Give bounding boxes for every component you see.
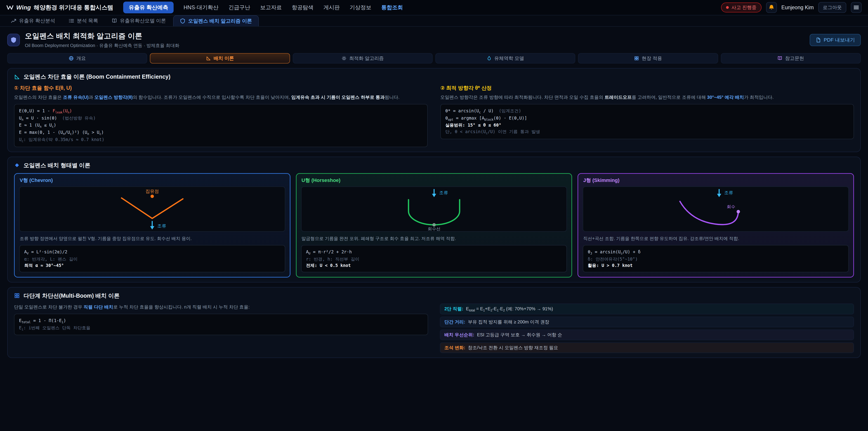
multiboom-card: 다단계 차단선(Multi-Boom) 배치 이론 단일 오일펜스로 차단 불가… <box>7 287 861 358</box>
logo-text: Wing <box>16 4 31 11</box>
optimal-angle-column: ② 최적 방향각 θ* 산정 오일펜스 방향각은 조류 방향에 따라 최적화됩니… <box>440 85 854 147</box>
nav-item-hns-air-diffusion[interactable]: HNS·대기확산 <box>184 4 219 11</box>
formula-line: Un = U · sin(θ) (법선방향 유속) <box>19 115 423 122</box>
formula-line: θ* = arcsin(Uc / U) (임계조건) <box>445 107 849 115</box>
boom-shield-badge <box>7 34 20 46</box>
formula-line: AV = L²·sin(2α)/2 <box>24 249 280 256</box>
set-square-icon <box>14 74 20 80</box>
highlight-acute-angle: 30°~45° 예각 배치 <box>707 95 744 100</box>
page-subtitle: Oil Boom Deployment Optimization · 유출유 확… <box>25 42 179 49</box>
nav-item-oil-diffusion-prediction[interactable]: 유출유 확산예측 <box>123 2 174 13</box>
formula-optimum-line: 최적 α ≈ 30°~45° <box>24 262 280 269</box>
formula-comment-line: r: 반경, h: 직선부 길이 <box>306 256 562 263</box>
efficiency-formula-block: E(θ,U) = 1 - Fleak(Un) Un = U · sin(θ) (… <box>14 104 428 147</box>
hamburger-icon <box>853 4 860 11</box>
tab-boom-algorithm-theory[interactable]: 오일펜스 배치 알고리즘 이론 <box>173 16 258 26</box>
section-tab-label: 현장 적용 <box>642 55 662 61</box>
formula-comment-line: α: 반개각, L: 펜스 길이 <box>24 256 280 263</box>
note-label: 단간 거리: <box>444 319 465 325</box>
shape-description: 말굽형으로 기름을 완전 포위. 폐쇄형 구조로 회수 효율 최고. 저조류 해… <box>297 232 572 245</box>
list-icon <box>69 18 74 24</box>
text: 과 <box>89 95 94 100</box>
note-text: 부유 집적 방지를 위해 ≥ 200m 이격 권장 <box>468 319 549 325</box>
formula-line: E(θ,U) = 1 - Fleak(Un) <box>19 107 423 115</box>
recovery-label: 회수 <box>727 204 736 209</box>
app-logo[interactable]: Wing 해양환경 위기대응 통합시스템 <box>6 4 113 11</box>
note-label: 2단 직렬: <box>444 306 463 312</box>
hamburger-menu-button[interactable] <box>851 2 862 13</box>
nav-item-aerial-search[interactable]: 항공탐색 <box>292 4 313 11</box>
notification-bell-button[interactable] <box>766 2 777 13</box>
optimal-angle-formula-block: θ* = arcsin(Uc / U) (임계조건) θopt = argmax… <box>440 104 854 139</box>
text: 됩니다. <box>385 95 400 100</box>
boom-shapes-card: 오일펜스 배치 형태별 이론 V형 (Chevron) 집유점 조류 조류 방향… <box>7 157 861 282</box>
highlight-tradeoff: 트레이드오프 <box>604 95 632 100</box>
nav-item-emergency-rescue[interactable]: 긴급구난 <box>228 4 250 11</box>
section-tab-optimization-algorithm[interactable]: 최적화 알고리즘 <box>293 53 433 63</box>
section-tab-label: 개요 <box>76 55 86 61</box>
u-shape-diagram: 조류 회수선 <box>301 186 567 232</box>
note-deployment-priority: 배치 우선순위: ESI 고등급 구역 보호 → 취수원 → 어항 순 <box>440 330 854 340</box>
tab-analysis-list[interactable]: 분석 목록 <box>62 16 104 26</box>
analysis-tabbar: 유출유 확산분석 분석 목록 유출유확산모델 이론 오일펜스 배치 알고리즘 이… <box>0 16 868 27</box>
section-tab-field-application[interactable]: 현장 적용 <box>578 53 718 63</box>
highlight-current-speed: 조류 유속(U) <box>63 95 89 100</box>
gear-icon <box>342 56 346 61</box>
incident-dot-icon <box>726 6 729 9</box>
nav-item-reports[interactable]: 보고자료 <box>260 4 282 11</box>
highlight-critical-speed: 임계유속 초과 시 기름이 오일펜스 하부로 통과 <box>291 95 384 100</box>
collection-point-dot <box>151 194 154 198</box>
top-navbar: Wing 해양환경 위기대응 통합시스템 유출유 확산예측 HNS·대기확산 긴… <box>0 0 868 16</box>
page-title: 오일펜스 배치 최적화 알고리즘 이론 <box>25 31 179 41</box>
card-title-text: 오일펜스 배치 형태별 이론 <box>24 162 90 169</box>
tab-diffusion-model-theory[interactable]: 유출유확산모델 이론 <box>105 16 172 26</box>
card-title-text: 다단계 차단선(Multi-Boom) 배치 이론 <box>24 292 120 300</box>
formula-line: E ≈ 1 (Un ≤ Uc) <box>19 122 423 129</box>
efficiency-function-description: 오일펜스의 차단 효율은 조류 유속(U)과 오일펜스 방향각(θ)의 함수입니… <box>14 94 428 101</box>
formula-line: Etotal = 1 - Π(1-Ei) <box>19 317 423 325</box>
section-tab-hydrodynamic-model[interactable]: 유체역학 모델 <box>435 53 575 63</box>
tab-label: 오일펜스 배치 알고리즘 이론 <box>188 18 252 24</box>
logout-button[interactable]: 로그아웃 <box>818 2 846 13</box>
nav-item-integrated-search[interactable]: 통합조회 <box>381 4 403 11</box>
section-tab-deployment-theory[interactable]: 배치 이론 <box>150 53 290 63</box>
user-name[interactable]: Eunjeong Kim <box>781 4 814 11</box>
efficiency-function-column: ① 차단 효율 함수 E(θ, U) 오일펜스의 차단 효율은 조류 유속(U)… <box>14 85 428 147</box>
shield-icon <box>180 18 185 24</box>
shape-formula-block: θJ = arcsin(Uc/U) + δ δ: 안전여유각(5°~10°) 활… <box>583 245 849 272</box>
recovery-vessel-label: 회수선 <box>428 226 440 231</box>
formula-line: AU = π·r²/2 + 2r·h <box>306 249 562 256</box>
multiboom-notes: 2단 직렬: Etotal = E1+E2-E1·E2 (예: 70%+70% … <box>440 304 854 353</box>
collection-point-label: 집유점 <box>146 189 159 194</box>
pdf-export-button[interactable]: PDF 내보내기 <box>810 34 861 46</box>
section-tab-overview[interactable]: 개요 <box>7 53 147 63</box>
current-label: 조류 <box>724 190 733 195</box>
formula-optimum-line: 활용: U > 0.7 knot <box>588 262 844 269</box>
book-icon <box>777 56 782 61</box>
note-text: 창조/낙조 전환 시 오일펜스 방향 재조정 필요 <box>468 345 558 351</box>
formula: θ* = arcsin(Uc / U) <box>445 108 494 113</box>
note-two-stage-series: 2단 직렬: Etotal = E1+E2-E1·E2 (예: 70%+70% … <box>440 304 854 314</box>
grid-icon <box>14 293 20 299</box>
tab-label: 유출유확산모델 이론 <box>120 18 166 24</box>
document-icon <box>815 37 821 43</box>
droplet-icon <box>487 56 492 61</box>
app-title: 해양환경 위기대응 통합시스템 <box>34 4 113 11</box>
section-tabs: 개요 배치 이론 최적화 알고리즘 유체역학 모델 현장 적용 참고문헌 <box>7 53 861 63</box>
shape-formula-block: AU = π·r²/2 + 2r·h r: 반경, h: 직선부 길이 전제: … <box>301 245 567 272</box>
pdf-export-label: PDF 내보내기 <box>824 37 855 43</box>
shape-name: J형 (Skimming) <box>578 174 853 186</box>
text: 의 함수입니다. 조류가 오일펜스에 수직으로 입사할수록 차단 효율이 낮아지… <box>133 95 291 100</box>
multiboom-description: 단일 오일펜스로 차단 불가한 경우 직렬 다단 배치로 누적 차단 효율을 향… <box>14 304 428 311</box>
text: 오일펜스의 차단 효율은 <box>14 95 63 100</box>
multiboom-left-column: 단일 오일펜스로 차단 불가한 경우 직렬 다단 배치로 누적 차단 효율을 향… <box>14 304 428 335</box>
formula-leak-term: Fleak(Un) <box>53 108 72 113</box>
v-boom-line <box>122 198 183 218</box>
section-tab-references[interactable]: 참고문헌 <box>721 53 861 63</box>
tab-oil-diffusion-analysis[interactable]: 유출유 확산분석 <box>4 16 61 26</box>
nav-item-board[interactable]: 게시판 <box>323 4 340 11</box>
current-label: 조류 <box>157 223 166 228</box>
note-tidal-change: 조석 변화: 창조/낙조 전환 시 오일펜스 방향 재조정 필요 <box>440 342 854 353</box>
nav-item-weather-info[interactable]: 기상정보 <box>350 4 371 11</box>
note-label: 배치 우선순위: <box>444 332 474 338</box>
